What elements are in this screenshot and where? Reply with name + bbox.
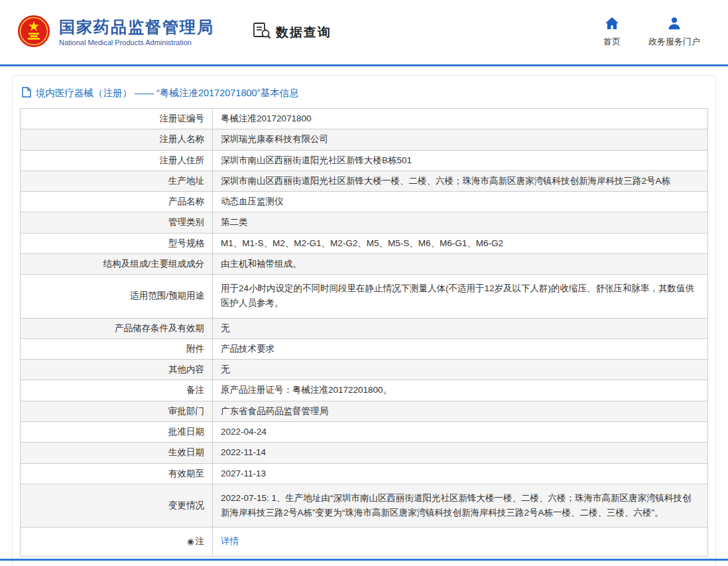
table-row: ◉注详情 bbox=[21, 528, 708, 556]
header-divider bbox=[0, 64, 728, 66]
row-label: 产品名称 bbox=[21, 192, 213, 212]
row-value: 2027-11-13 bbox=[213, 463, 708, 484]
table-row: 适用范围/预期用途用于24小时内设定的不同时间段里在静止情况下测量人体(不适用于… bbox=[21, 275, 708, 318]
row-value: 深圳市南山区西丽街道阳光社区新锋大楼一楼、二楼、六楼；珠海市高新区唐家湾镇科技创… bbox=[213, 171, 708, 191]
table-row: 注册证编号粤械注准20172071800 bbox=[21, 109, 708, 129]
table-row: 产品储存条件及有效期无 bbox=[21, 318, 708, 338]
row-label: 型号规格 bbox=[21, 233, 213, 253]
nav-item-portal[interactable]: 政务服务门户 bbox=[648, 17, 700, 48]
home-icon bbox=[605, 17, 619, 33]
row-value: 无 bbox=[213, 360, 708, 380]
row-value: 原产品注册证号：粤械注准20172201800。 bbox=[213, 380, 708, 401]
info-table: 注册证编号粤械注准20172071800注册人名称深圳瑞光康泰科技有限公司注册人… bbox=[20, 108, 708, 557]
table-row: 生效日期2022-11-14 bbox=[21, 443, 708, 463]
data-query-icon bbox=[253, 22, 271, 42]
row-label: 管理类别 bbox=[21, 212, 213, 233]
user-icon bbox=[668, 17, 681, 33]
table-row: 产品名称动态血压监测仪 bbox=[21, 192, 708, 212]
row-value: 第二类 bbox=[213, 212, 708, 233]
header-nav: 首页 政务服务门户 bbox=[603, 17, 700, 48]
detail-link[interactable]: 详情 bbox=[221, 536, 239, 546]
row-value: 粤械注准20172071800 bbox=[213, 109, 708, 129]
page: 国家药品监督管理局 National Medical Products Admi… bbox=[0, 0, 728, 566]
row-label: 批准日期 bbox=[21, 421, 213, 442]
data-query-label: 数据查询 bbox=[276, 24, 332, 41]
row-label: 适用范围/预期用途 bbox=[21, 275, 213, 318]
table-row: 结构及组成/主要组成成分由主机和袖带组成。 bbox=[21, 253, 708, 274]
row-label: 有效期至 bbox=[21, 463, 213, 484]
table-row: 备注原产品注册证号：粤械注准20172201800。 bbox=[21, 380, 708, 401]
row-value: 广东省食品药品监督管理局 bbox=[213, 401, 708, 421]
row-value: 由主机和袖带组成。 bbox=[213, 253, 708, 274]
table-row: 型号规格M1、M1-S、M2、M2-G1、M2-G2、M5、M5-S、M6、M6… bbox=[21, 233, 708, 253]
row-label: 注册人名称 bbox=[21, 129, 213, 150]
table-row: 变更情况2022-07-15: 1、生产地址由“深圳市南山区西丽街道阳光社区新锋… bbox=[21, 484, 708, 528]
table-row: 有效期至2027-11-13 bbox=[21, 463, 708, 484]
national-emblem-logo bbox=[17, 15, 50, 50]
row-label: 变更情况 bbox=[21, 484, 213, 528]
logo-block[interactable]: 国家药品监督管理局 National Medical Products Admi… bbox=[17, 15, 214, 50]
info-table-body: 注册证编号粤械注准20172071800注册人名称深圳瑞光康泰科技有限公司注册人… bbox=[21, 109, 708, 557]
row-value: 详情 bbox=[213, 528, 708, 556]
site-header: 国家药品监督管理局 National Medical Products Admi… bbox=[0, 0, 728, 64]
table-row: 注册人住所深圳市南山区西丽街道阳光社区新锋大楼B栋501 bbox=[21, 150, 708, 171]
nav-item-home[interactable]: 首页 bbox=[603, 17, 621, 48]
footer-divider bbox=[0, 559, 728, 561]
row-label: 注册人住所 bbox=[21, 150, 213, 171]
site-titles: 国家药品监督管理局 National Medical Products Admi… bbox=[59, 18, 214, 47]
nav-item-label: 政务服务门户 bbox=[648, 36, 700, 48]
row-value: 深圳瑞光康泰科技有限公司 bbox=[213, 129, 708, 150]
row-value: 动态血压监测仪 bbox=[213, 192, 708, 212]
content-panel: 境内医疗器械（注册） —— “粤械注准20172071800”基本信息 注册证编… bbox=[12, 75, 716, 566]
table-row: 附件产品技术要求 bbox=[21, 338, 708, 359]
note-icon: ◉ bbox=[187, 535, 194, 549]
row-value: 用于24小时内设定的不同时间段里在静止情况下测量人体(不适用于12岁及以下人群)… bbox=[213, 275, 708, 318]
site-title-en: National Medical Products Administration bbox=[59, 38, 214, 46]
row-label: 注册证编号 bbox=[21, 109, 213, 129]
table-row: 审批部门广东省食品药品监督管理局 bbox=[21, 401, 708, 421]
table-row: 生产地址深圳市南山区西丽街道阳光社区新锋大楼一楼、二楼、六楼；珠海市高新区唐家湾… bbox=[21, 171, 708, 191]
row-value: 2022-11-14 bbox=[213, 443, 708, 463]
row-label: 其他内容 bbox=[21, 360, 213, 380]
row-label: 产品储存条件及有效期 bbox=[21, 318, 213, 338]
table-row: 批准日期2022-04-24 bbox=[21, 421, 708, 442]
table-row: 其他内容无 bbox=[21, 360, 708, 380]
row-label: 附件 bbox=[21, 338, 213, 359]
row-value: 2022-04-24 bbox=[213, 421, 708, 442]
breadcrumb-text: 境内医疗器械（注册） —— “粤械注准20172071800”基本信息 bbox=[36, 87, 298, 100]
row-value: 无 bbox=[213, 318, 708, 338]
row-value: M1、M1-S、M2、M2-G1、M2-G2、M5、M5-S、M6、M6-G1、… bbox=[213, 233, 708, 253]
row-value: 产品技术要求 bbox=[213, 338, 708, 359]
table-row: 管理类别第二类 bbox=[21, 212, 708, 233]
document-icon bbox=[22, 87, 31, 100]
row-label: 生效日期 bbox=[21, 443, 213, 463]
table-row: 注册人名称深圳瑞光康泰科技有限公司 bbox=[21, 129, 708, 150]
row-label: 结构及组成/主要组成成分 bbox=[21, 253, 213, 274]
row-label: ◉注 bbox=[21, 528, 213, 556]
row-label: 备注 bbox=[21, 380, 213, 401]
site-title-cn: 国家药品监督管理局 bbox=[59, 18, 214, 37]
breadcrumb: 境内医疗器械（注册） —— “粤械注准20172071800”基本信息 bbox=[20, 82, 708, 108]
data-query-section: 数据查询 bbox=[253, 22, 332, 42]
nav-item-label: 首页 bbox=[603, 36, 621, 48]
row-value: 深圳市南山区西丽街道阳光社区新锋大楼B栋501 bbox=[213, 150, 708, 171]
row-label: 审批部门 bbox=[21, 401, 213, 421]
row-value: 2022-07-15: 1、生产地址由“深圳市南山区西丽街道阳光社区新锋大楼一楼… bbox=[213, 484, 708, 528]
row-label: 生产地址 bbox=[21, 171, 213, 191]
